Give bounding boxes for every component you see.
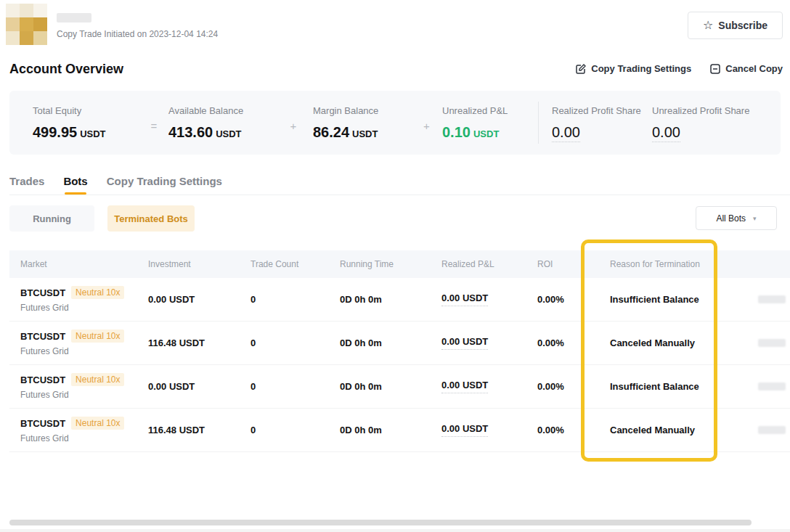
- realized-pnl-cell: 0.00 USDT: [431, 292, 526, 306]
- bot-type: Futures Grid: [20, 346, 137, 356]
- col-market: Market: [9, 259, 137, 269]
- star-icon: ☆: [703, 20, 713, 31]
- trade-count-cell: 0: [240, 425, 329, 435]
- action-cell: [733, 426, 790, 434]
- stat-realized-profit-share: Realized Profit Share 0.00: [552, 105, 640, 141]
- copy-trading-settings-button[interactable]: Copy Trading Settings: [576, 63, 691, 74]
- avatar: [6, 4, 47, 45]
- stat-unrealized-profit-share: Unrealized Profit Share 0.00: [652, 105, 761, 141]
- reason-cell: Canceled Manually: [599, 337, 733, 348]
- redacted-action[interactable]: [758, 295, 786, 303]
- cancel-copy-button[interactable]: Cancel Copy: [710, 63, 783, 74]
- leverage-badge: Neutral 10x: [71, 373, 124, 386]
- running-time-cell: 0D 0h 0m: [329, 294, 431, 305]
- col-investment: Investment: [137, 259, 240, 269]
- page-title: Account Overview: [9, 62, 123, 77]
- action-cell: [733, 295, 790, 303]
- bots-dropdown-value: All Bots: [716, 213, 746, 224]
- stat-total-equity: Total Equity 499.95USDT: [33, 105, 139, 141]
- table-row: BTCUSDTNeutral 10x Futures Grid 0.00 USD…: [9, 365, 790, 409]
- roi-cell: 0.00%: [526, 337, 599, 348]
- edit-icon: [576, 64, 586, 74]
- chevron-down-icon: ▾: [753, 215, 757, 222]
- action-cell: [733, 382, 790, 390]
- table-row: BTCUSDTNeutral 10x Futures Grid 116.48 U…: [9, 322, 790, 365]
- roi-cell: 0.00%: [526, 294, 599, 305]
- bot-type: Futures Grid: [20, 433, 137, 443]
- bots-filter-dropdown[interactable]: All Bots ▾: [696, 206, 777, 230]
- running-time-cell: 0D 0h 0m: [329, 381, 431, 392]
- stat-available-balance: Available Balance 413.60USDT: [168, 105, 274, 141]
- investment-cell: 0.00 USDT: [137, 294, 240, 305]
- col-trade-count: Trade Count: [240, 259, 329, 269]
- account-stats-panel: Total Equity 499.95USDT = Available Bala…: [9, 91, 781, 155]
- realized-pnl-cell: 0.00 USDT: [431, 336, 526, 350]
- redacted-action[interactable]: [758, 339, 786, 347]
- reason-cell: Insufficient Balance: [599, 381, 733, 392]
- plus-operator: +: [274, 120, 313, 132]
- copy-trade-initiated-text: Copy Trade Initiated on 2023-12-04 14:24: [57, 29, 218, 39]
- equals-operator: =: [139, 120, 168, 132]
- investment-cell: 116.48 USDT: [137, 425, 240, 435]
- stat-unrealized-pnl: Unrealized P&L 0.10USDT: [442, 105, 528, 141]
- market-cell: BTCUSDTNeutral 10x Futures Grid: [9, 286, 137, 313]
- roi-cell: 0.00%: [526, 425, 599, 435]
- redacted-action[interactable]: [758, 382, 786, 390]
- market-cell: BTCUSDTNeutral 10x Futures Grid: [9, 417, 137, 443]
- col-roi: ROI: [526, 259, 599, 269]
- username-redacted: [57, 13, 91, 22]
- tab-bots[interactable]: Bots: [63, 175, 87, 195]
- table-header-row: Market Investment Trade Count Running Ti…: [9, 250, 790, 278]
- leverage-badge: Neutral 10x: [71, 286, 124, 299]
- running-time-cell: 0D 0h 0m: [329, 425, 431, 435]
- terminated-bots-table: Market Investment Trade Count Running Ti…: [9, 250, 790, 452]
- stat-margin-balance: Margin Balance 86.24USDT: [313, 105, 411, 141]
- terminated-bots-filter-button[interactable]: Terminated Bots: [107, 205, 195, 232]
- plus-operator: +: [411, 120, 442, 132]
- col-running-time: Running Time: [329, 259, 431, 269]
- tab-copy-trading-settings[interactable]: Copy Trading Settings: [107, 175, 222, 195]
- copy-trading-settings-label: Copy Trading Settings: [591, 63, 691, 74]
- horizontal-scrollbar[interactable]: [9, 520, 752, 525]
- running-filter-button[interactable]: Running: [9, 205, 94, 232]
- subscribe-button[interactable]: ☆ Subscribe: [688, 12, 783, 39]
- tab-trades[interactable]: Trades: [9, 175, 44, 195]
- table-row: BTCUSDTNeutral 10x Futures Grid 0.00 USD…: [9, 278, 790, 322]
- tabs-divider: [9, 195, 790, 195]
- investment-cell: 0.00 USDT: [137, 381, 240, 392]
- action-cell: [733, 339, 790, 347]
- leverage-badge: Neutral 10x: [71, 330, 124, 343]
- stats-divider: [538, 102, 539, 144]
- overview-actions: Copy Trading Settings Cancel Copy: [576, 63, 783, 74]
- main-tabs: Trades Bots Copy Trading Settings: [9, 175, 222, 195]
- reason-cell: Insufficient Balance: [599, 294, 733, 305]
- realized-pnl-cell: 0.00 USDT: [431, 380, 526, 393]
- bot-type: Futures Grid: [20, 303, 137, 313]
- trade-count-cell: 0: [240, 337, 329, 348]
- trade-count-cell: 0: [240, 294, 329, 305]
- market-cell: BTCUSDTNeutral 10x Futures Grid: [9, 330, 137, 356]
- table-row: BTCUSDTNeutral 10x Futures Grid 116.48 U…: [9, 409, 790, 452]
- redacted-action[interactable]: [758, 426, 786, 434]
- copy-trading-page: Copy Trade Initiated on 2023-12-04 14:24…: [0, 0, 790, 532]
- leverage-badge: Neutral 10x: [71, 417, 124, 430]
- cancel-copy-label: Cancel Copy: [725, 63, 783, 74]
- col-realized-pnl: Realized P&L: [431, 259, 526, 269]
- minus-square-icon: [710, 64, 720, 74]
- running-time-cell: 0D 0h 0m: [329, 337, 431, 348]
- realized-pnl-cell: 0.00 USDT: [431, 423, 526, 437]
- market-cell: BTCUSDTNeutral 10x Futures Grid: [9, 373, 137, 400]
- trade-count-cell: 0: [240, 381, 329, 392]
- roi-cell: 0.00%: [526, 381, 599, 392]
- col-reason-for-termination: Reason for Termination: [599, 259, 733, 269]
- subscribe-label: Subscribe: [718, 20, 767, 31]
- reason-cell: Canceled Manually: [599, 425, 733, 435]
- bot-type: Futures Grid: [20, 390, 137, 400]
- investment-cell: 116.48 USDT: [137, 337, 240, 348]
